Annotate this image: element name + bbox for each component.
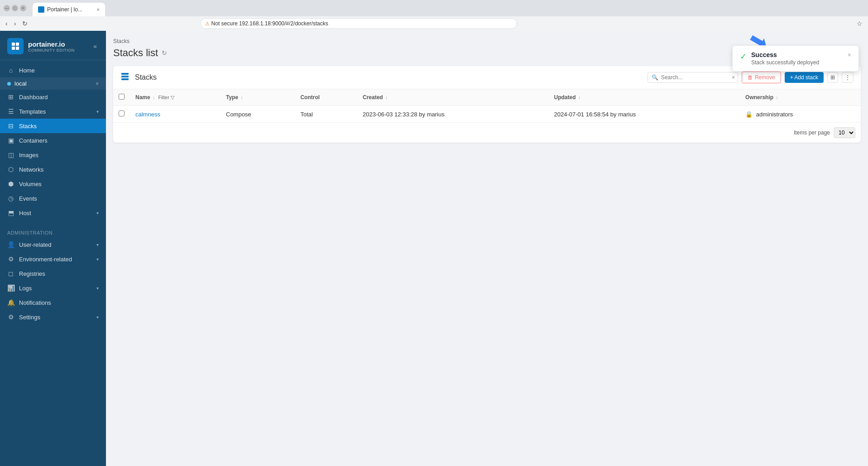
sort-updated-icon[interactable]: ↕ [578,95,580,100]
sidebar-item-environment-related[interactable]: ⚙ Environment-related ▾ [0,252,106,266]
browser-chrome: — □ × Portainer | lo... × [0,0,868,16]
back-button[interactable]: ‹ [4,18,10,29]
th-control: Control [295,89,357,106]
row-checkbox-cell [113,106,130,123]
close-button[interactable]: × [20,5,26,11]
view-toggle-button[interactable]: ⊞ [827,72,838,83]
search-clear-icon[interactable]: × [732,74,735,81]
sort-type-icon[interactable]: ↕ [240,95,243,100]
sidebar-item-stacks[interactable]: ⊟ Stacks [0,119,106,133]
browser-tab[interactable]: Portainer | lo... × [33,3,105,16]
sidebar-item-volumes[interactable]: ⬢ Volumes [0,177,106,191]
sidebar-item-label: Settings [19,314,92,321]
environment-icon: ⚙ [7,255,14,263]
search-box[interactable]: 🔍 × [647,72,738,83]
items-per-page-select[interactable]: 10 25 50 [834,127,855,138]
panel-actions: 🔍 × 🗑 Remove + Add stack ⊞ ⋮ [647,72,854,83]
chevron-down-icon: ▾ [96,109,99,114]
sidebar-item-images[interactable]: ◫ Images [0,148,106,162]
more-options-button[interactable]: ⋮ [842,72,854,83]
th-checkbox [113,89,130,106]
sidebar-item-networks[interactable]: ⬡ Networks [0,162,106,177]
table-body: calmness Compose Total 2023-06-03 12:33:… [113,106,861,123]
bell-icon: 🔔 [7,299,14,306]
remove-icon: 🗑 [748,74,753,81]
containers-icon: ▣ [7,137,14,144]
search-input[interactable] [661,74,729,81]
stacks-icon: ⊟ [7,122,14,130]
main-content: Stacks Stacks list ↻ Stacks 🔍 [106,31,868,466]
tab-bar: Portainer | lo... × [33,0,105,16]
security-label: Not secure [211,20,238,27]
th-type: Type ↕ [221,89,295,106]
sidebar-item-registries[interactable]: ◻ Registries [0,266,106,281]
search-icon: 🔍 [652,74,658,81]
sidebar-item-notifications[interactable]: 🔔 Notifications [0,295,106,310]
sidebar-item-label: Networks [19,166,99,173]
minimize-button[interactable]: — [4,5,10,11]
select-all-checkbox[interactable] [119,94,125,100]
env-status-dot [7,82,11,86]
sidebar-item-dashboard[interactable]: ⊞ Dashboard [0,90,106,104]
add-stack-label: + Add stack [790,74,818,81]
tab-close-button[interactable]: × [97,7,100,12]
home-icon: ⌂ [7,67,14,74]
refresh-icon[interactable]: ↻ [162,49,167,57]
stack-name-link[interactable]: calmness [135,111,160,118]
sidebar-collapse-button[interactable]: « [91,41,99,52]
table-footer: Items per page 10 25 50 [113,123,861,143]
remove-label: Remove [755,74,775,81]
svg-rect-4 [121,73,129,75]
registries-icon: ◻ [7,270,14,277]
sidebar-item-label: Events [19,195,99,202]
brand-sub: COMMUNITY EDITION [28,48,75,53]
sidebar-item-user-related[interactable]: 👤 User-related ▾ [0,237,106,252]
sidebar-item-label: Logs [19,285,92,292]
row-checkbox[interactable] [119,110,125,116]
networks-icon: ⬡ [7,166,14,173]
filter-button[interactable]: Filter ▽ [158,95,174,101]
remove-button[interactable]: 🗑 Remove [742,72,781,83]
sidebar: portainer.io COMMUNITY EDITION « ⌂ Home … [0,31,106,466]
th-name: Name ↓ Filter ▽ [130,89,221,106]
col-ownership-label: Ownership [745,94,773,101]
items-per-page-label: Items per page [794,130,830,136]
sidebar-item-label: Dashboard [19,94,99,101]
toast-close-button[interactable]: × [848,51,851,58]
bookmark-button[interactable]: ☆ [855,18,864,29]
sidebar-item-home[interactable]: ⌂ Home [0,63,106,77]
address-bar[interactable]: ⚠ Not secure 192.168.1.18:9000/#/2/docke… [200,18,517,29]
page-title-text: Stacks list [113,47,158,59]
sidebar-item-settings[interactable]: ⚙ Settings ▾ [0,310,106,324]
sidebar-item-label: Images [19,152,99,159]
sidebar-item-label: Volumes [19,181,99,187]
sidebar-item-label: User-related [19,241,92,248]
stacks-table: Name ↓ Filter ▽ Type ↕ Control Created [113,89,861,123]
dashboard-icon: ⊞ [7,93,14,101]
sidebar-item-templates[interactable]: ☰ Templates ▾ [0,104,106,119]
stacks-panel: Stacks 🔍 × 🗑 Remove + Add stack ⊞ [113,66,861,143]
sidebar-item-events[interactable]: ◷ Events [0,191,106,206]
sidebar-item-label: Stacks [19,123,99,130]
sidebar-item-logs[interactable]: 📊 Logs ▾ [0,281,106,295]
user-icon: 👤 [7,241,14,248]
sort-ownership-icon[interactable]: ↕ [776,95,778,100]
brand-text: portainer.io COMMUNITY EDITION [28,40,75,53]
volumes-icon: ⬢ [7,180,14,187]
sort-name-icon[interactable]: ↓ [153,95,155,100]
env-close-button[interactable]: × [96,81,99,87]
sidebar-item-label: Containers [19,137,99,144]
ownership-value: administrators [756,111,793,118]
notification-toast: ✓ Success Stack successfully deployed × [732,45,859,72]
sidebar-item-containers[interactable]: ▣ Containers [0,133,106,148]
panel-title: Stacks [135,73,642,82]
sidebar-section-admin: Administration 👤 User-related ▾ ⚙ Enviro… [0,223,106,327]
sidebar-item-host[interactable]: ⬒ Host ▾ [0,206,106,220]
forward-button[interactable]: › [12,18,18,29]
reload-button[interactable]: ↻ [20,18,29,29]
col-control-label: Control [300,94,320,101]
sidebar-item-label: Notifications [19,299,99,306]
maximize-button[interactable]: □ [12,5,18,11]
sort-created-icon[interactable]: ↕ [385,95,388,100]
add-stack-button[interactable]: + Add stack [785,72,824,83]
